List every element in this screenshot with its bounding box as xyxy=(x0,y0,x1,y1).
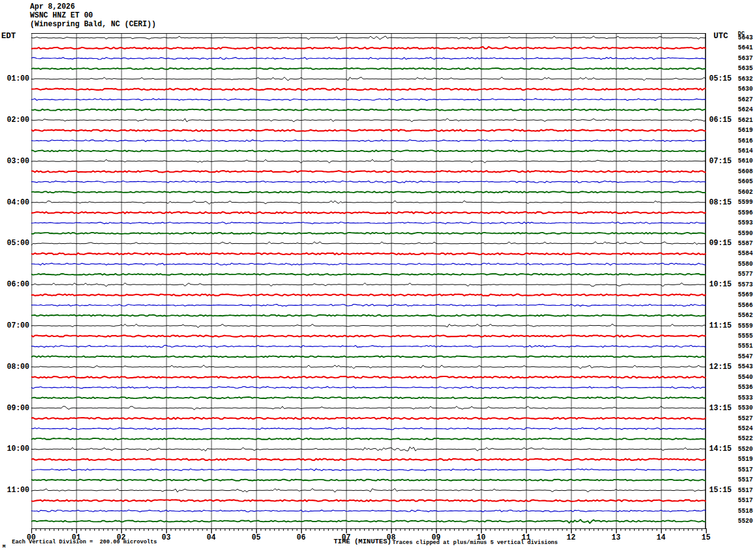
dc-offset-value: 5602 xyxy=(738,189,753,196)
x-axis-ticks xyxy=(31,528,707,536)
trace-row-20-black xyxy=(31,242,706,246)
trace-row-17-red xyxy=(31,212,706,214)
trace-row-44-black xyxy=(31,488,706,492)
right-hour-label: 13:15 xyxy=(709,404,732,413)
left-hour-label: 11:00 xyxy=(0,486,29,495)
trace-row-8-black xyxy=(31,118,706,122)
dc-offset-value: 5555 xyxy=(738,333,753,340)
dc-offset-value: 5584 xyxy=(738,251,753,257)
dc-offset-value: 5599 xyxy=(738,199,753,206)
clip-note: Traces clipped at plus/minus 5 vertical … xyxy=(392,540,558,546)
dc-offset-value: 5543 xyxy=(738,364,753,370)
trace-row-25-red xyxy=(31,294,706,296)
trace-row-34-blue xyxy=(31,386,706,388)
trace-row-26-blue xyxy=(31,305,706,306)
vertical-scale-note: Each Vertical Division = 200.00 microvol… xyxy=(12,539,157,545)
trace-row-23-green xyxy=(31,274,706,275)
left-hour-label: 10:00 xyxy=(0,445,29,453)
right-hour-label: 08:15 xyxy=(709,198,732,207)
left-timezone-label: EDT xyxy=(1,31,16,41)
dc-offset-value: 5522 xyxy=(738,436,753,442)
dc-offset-value: 5632 xyxy=(738,76,753,83)
trace-row-6-blue xyxy=(31,99,706,101)
dc-offset-value: 5608 xyxy=(738,169,753,175)
trace-row-7-green xyxy=(31,109,706,111)
right-hour-label: 14:15 xyxy=(709,445,732,453)
dc-offset-value: 5635 xyxy=(738,66,753,72)
dc-offset-value: 5566 xyxy=(738,303,753,309)
dc-offset-value: 5536 xyxy=(738,385,753,391)
dc-offset-value: 5547 xyxy=(738,354,753,360)
trace-row-33-red xyxy=(31,376,706,378)
dc-offset-value: 5596 xyxy=(738,210,753,216)
dc-offset-value: 5518 xyxy=(738,508,753,515)
trace-row-40-black xyxy=(31,447,706,451)
dc-offset-value: 5527 xyxy=(738,416,753,422)
title-station-location: (Winespring Bald, NC (CERI)) xyxy=(30,20,156,29)
title-date: Apr 8,2026 xyxy=(30,3,75,11)
left-hour-label: 02:00 xyxy=(0,116,29,124)
dc-offset-value: 5605 xyxy=(738,179,753,185)
dc-offset-value: 5551 xyxy=(738,343,753,350)
trace-row-39-green xyxy=(31,438,706,440)
dc-offset-value: 5614 xyxy=(738,148,753,154)
trace-row-2-blue xyxy=(31,58,706,59)
trace-row-21-red xyxy=(31,253,706,255)
trace-row-11-green xyxy=(31,150,706,151)
trace-row-18-blue xyxy=(31,222,706,224)
trace-row-41-red xyxy=(31,459,706,461)
dc-offset-value: 5517 xyxy=(738,477,753,483)
trace-row-32-black xyxy=(31,365,706,369)
dc-offset-value: 5573 xyxy=(738,282,753,288)
dc-offset-value: 5593 xyxy=(738,220,753,226)
dc-offset-value: 5641 xyxy=(738,45,753,51)
right-hour-label: 07:15 xyxy=(709,157,732,166)
right-hour-label: 11:15 xyxy=(709,321,732,330)
trace-row-10-blue xyxy=(31,139,706,141)
trace-row-35-green xyxy=(31,397,706,398)
trace-row-30-blue xyxy=(31,345,706,347)
dc-offset-value: 5637 xyxy=(738,56,753,62)
trace-row-37-red xyxy=(31,418,706,420)
right-hour-label: 06:15 xyxy=(709,116,732,124)
left-hour-label: 04:00 xyxy=(0,198,29,207)
trace-row-14-blue xyxy=(31,181,706,183)
dc-offset-value: 5540 xyxy=(738,375,753,381)
dc-offset-value: 5616 xyxy=(738,138,753,144)
dc-offset-value: 5619 xyxy=(738,128,753,134)
trace-row-12-black xyxy=(31,159,706,163)
trace-row-27-green xyxy=(31,315,706,316)
left-hour-label: 09:00 xyxy=(0,404,29,413)
dc-offset-value: 5517 xyxy=(738,467,753,473)
left-hour-label: 07:00 xyxy=(0,321,29,330)
trace-row-19-green xyxy=(31,233,706,234)
trace-row-38-blue xyxy=(31,428,706,430)
dc-offset-value: 5517 xyxy=(738,488,753,494)
trace-row-43-green xyxy=(31,480,706,481)
left-hour-label: 05:00 xyxy=(0,239,29,248)
dc-offset-value: 5524 xyxy=(738,426,753,432)
right-hour-label: 15:15 xyxy=(709,486,732,495)
trace-row-47-green xyxy=(31,520,706,523)
right-hour-label: 12:15 xyxy=(709,363,732,371)
dc-offset-value: 5520 xyxy=(738,518,753,525)
trace-row-16-black xyxy=(31,201,706,204)
trace-row-45-red xyxy=(31,500,706,501)
trace-row-42-blue xyxy=(31,469,706,471)
helicorder-screen: Apr 8,2026 WSNC HNZ ET 00 (Winespring Ba… xyxy=(0,0,756,554)
dc-offset-value: 5621 xyxy=(738,118,753,124)
dc-offset-value: 5533 xyxy=(738,395,753,401)
dc-offset-value: 5577 xyxy=(738,271,753,278)
dc-offset-value: 5643 xyxy=(738,35,753,41)
dc-offset-value: 5562 xyxy=(738,313,753,319)
dc-offset-value: 5517 xyxy=(738,498,753,504)
right-hour-label: 10:15 xyxy=(709,280,732,289)
trace-row-46-blue xyxy=(31,510,706,512)
x-axis-title: TIME (MINUTES) xyxy=(334,538,391,545)
dc-offset-value: 5590 xyxy=(738,231,753,237)
seismogram-plot xyxy=(31,33,707,528)
trace-row-13-red xyxy=(31,171,706,173)
dc-offset-value: 5630 xyxy=(738,86,753,93)
trace-row-36-black xyxy=(31,406,706,410)
trace-row-15-green xyxy=(31,191,706,193)
